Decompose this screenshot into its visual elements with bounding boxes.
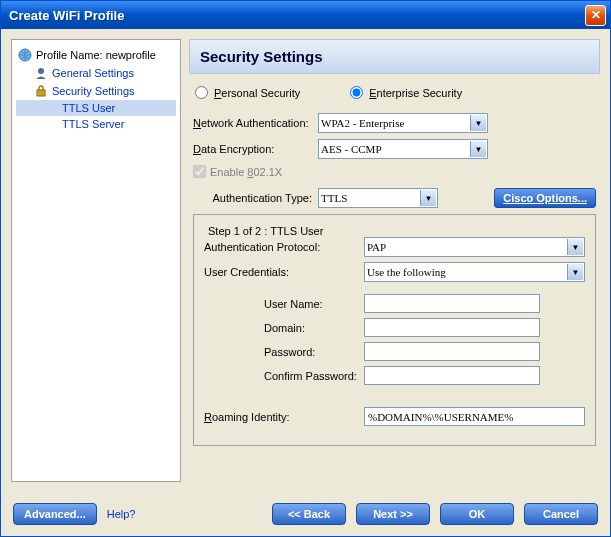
enterprise-security-radio[interactable]: Enterprise Security	[350, 86, 462, 99]
chevron-down-icon: ▼	[567, 239, 583, 255]
roaming-identity-row: Roaming Identity:	[204, 407, 585, 426]
auth-protocol-value: PAP	[367, 241, 386, 253]
tree-root-label: Profile Name: newprofile	[36, 49, 156, 61]
svg-rect-2	[37, 90, 45, 96]
user-credentials-value: Use the following	[367, 266, 446, 278]
page-title: Security Settings	[189, 39, 600, 74]
help-link[interactable]: Help?	[107, 508, 136, 520]
data-encryption-label: Data Encryption:	[193, 143, 318, 155]
password-input[interactable]	[364, 342, 540, 361]
user-credentials-row: User Credentials: Use the following ▼	[204, 262, 585, 282]
network-auth-label: Network Authentication:	[193, 117, 318, 129]
nav-tree: Profile Name: newprofile General Setting…	[11, 39, 181, 482]
domain-input[interactable]	[364, 318, 540, 337]
confirm-password-label: Confirm Password:	[204, 370, 364, 382]
enable-8021x-label: Enable 802.1X	[210, 166, 282, 178]
network-auth-row: Network Authentication: WPA2 - Enterpris…	[193, 113, 596, 133]
chevron-down-icon: ▼	[470, 141, 486, 157]
auth-type-value: TTLS	[321, 192, 347, 204]
auth-type-label: Authentication Type:	[193, 192, 318, 204]
lock-icon	[34, 84, 48, 98]
cancel-button[interactable]: Cancel	[524, 503, 598, 525]
tree-general-label[interactable]: General Settings	[52, 67, 134, 79]
ttls-user-fieldset: Step 1 of 2 : TTLS User Authentication P…	[193, 214, 596, 446]
username-input[interactable]	[364, 294, 540, 313]
ok-button[interactable]: OK	[440, 503, 514, 525]
chevron-down-icon: ▼	[470, 115, 486, 131]
back-button[interactable]: << Back	[272, 503, 346, 525]
confirm-password-row: Confirm Password:	[204, 366, 585, 385]
user-icon	[34, 66, 48, 80]
titlebar: Create WiFi Profile ✕	[1, 1, 610, 29]
tree-ttls-user-label[interactable]: TTLS User	[62, 102, 115, 114]
close-icon: ✕	[591, 8, 601, 22]
enterprise-radio-input[interactable]	[350, 86, 363, 99]
enable-8021x-row: Enable 802.1X	[193, 165, 596, 178]
next-button[interactable]: Next >>	[356, 503, 430, 525]
window: Create WiFi Profile ✕ Profile Name: newp…	[0, 0, 611, 537]
enable-8021x-checkbox	[193, 165, 206, 178]
chevron-down-icon: ▼	[567, 264, 583, 280]
globe-icon	[18, 48, 32, 62]
auth-protocol-row: Authentication Protocol: PAP ▼	[204, 237, 585, 257]
close-button[interactable]: ✕	[585, 5, 606, 26]
data-encryption-row: Data Encryption: AES - CCMP ▼	[193, 139, 596, 159]
network-auth-select[interactable]: WPA2 - Enterprise ▼	[318, 113, 488, 133]
auth-protocol-select[interactable]: PAP ▼	[364, 237, 585, 257]
user-credentials-label: User Credentials:	[204, 266, 364, 278]
auth-type-row: Authentication Type: TTLS ▼ Cisco Option…	[193, 188, 596, 208]
tree-general-settings[interactable]: General Settings	[16, 64, 176, 82]
security-mode-row: Personal Security Enterprise Security	[193, 86, 596, 99]
tree-ttls-user[interactable]: TTLS User	[16, 100, 176, 116]
data-encryption-value: AES - CCMP	[321, 143, 382, 155]
svg-point-1	[38, 68, 44, 74]
fieldset-legend: Step 1 of 2 : TTLS User	[204, 225, 327, 237]
tree-ttls-server[interactable]: TTLS Server	[16, 116, 176, 132]
confirm-password-input[interactable]	[364, 366, 540, 385]
password-label: Password:	[204, 346, 364, 358]
data-encryption-select[interactable]: AES - CCMP ▼	[318, 139, 488, 159]
tree-security-label[interactable]: Security Settings	[52, 85, 135, 97]
auth-type-select[interactable]: TTLS ▼	[318, 188, 438, 208]
cisco-options-button[interactable]: Cisco Options...	[494, 188, 596, 208]
roaming-identity-label: Roaming Identity:	[204, 411, 364, 423]
chevron-down-icon: ▼	[420, 190, 436, 206]
footer: Advanced... Help? << Back Next >> OK Can…	[1, 492, 610, 536]
tree-ttls-server-label[interactable]: TTLS Server	[62, 118, 124, 130]
domain-label: Domain:	[204, 322, 364, 334]
password-row: Password:	[204, 342, 585, 361]
username-label: User Name:	[204, 298, 364, 310]
username-row: User Name:	[204, 294, 585, 313]
main-panel: Security Settings Personal Security Ente…	[189, 39, 600, 482]
network-auth-value: WPA2 - Enterprise	[321, 117, 404, 129]
domain-row: Domain:	[204, 318, 585, 337]
advanced-button[interactable]: Advanced...	[13, 503, 97, 525]
personal-security-radio[interactable]: Personal Security	[195, 86, 300, 99]
roaming-identity-input[interactable]	[364, 407, 585, 426]
form-body: Personal Security Enterprise Security Ne…	[189, 86, 600, 446]
user-credentials-select[interactable]: Use the following ▼	[364, 262, 585, 282]
body: Profile Name: newprofile General Setting…	[1, 29, 610, 492]
auth-protocol-label: Authentication Protocol:	[204, 241, 364, 253]
personal-radio-input[interactable]	[195, 86, 208, 99]
window-title: Create WiFi Profile	[5, 8, 585, 23]
tree-root[interactable]: Profile Name: newprofile	[16, 46, 176, 64]
tree-security-settings[interactable]: Security Settings	[16, 82, 176, 100]
